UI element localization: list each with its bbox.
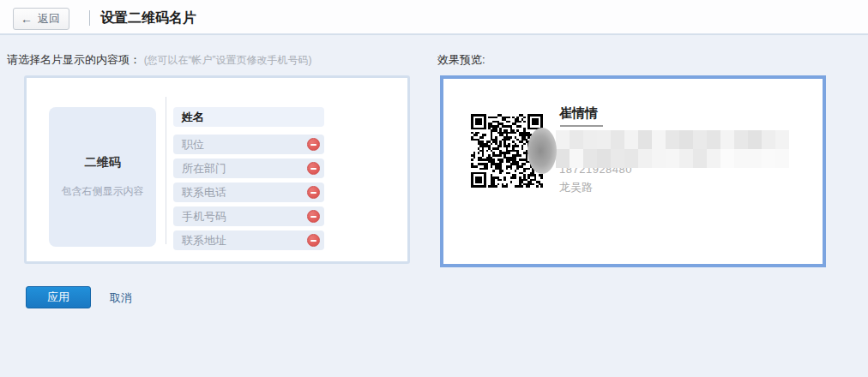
field-row-label: 手机号码: [182, 209, 226, 224]
field-row-label: 联系地址: [182, 233, 226, 248]
blur-pixel: [679, 130, 693, 149]
name-underline: [560, 125, 603, 127]
top-bar: ← 返回 设置二维码名片: [0, 0, 868, 35]
blur-pixel: [583, 130, 597, 149]
field-row-label: 姓名: [182, 110, 204, 125]
blur-pixel: [611, 130, 624, 149]
back-arrow-icon: ←: [21, 13, 33, 25]
blur-pixel: [624, 149, 638, 168]
blur-pixel: [748, 130, 762, 149]
blur-pixel: [693, 149, 707, 168]
field-row: 所在部门: [173, 159, 324, 178]
blur-pixel: [666, 130, 679, 149]
qr-placeholder: 二维码 包含右侧显示内容: [49, 107, 156, 247]
preview-label: 效果预览:: [437, 52, 485, 68]
field-row: 姓名: [173, 107, 324, 127]
qr-placeholder-title: 二维码: [85, 155, 121, 171]
blur-pixel: [652, 130, 666, 149]
remove-field-icon[interactable]: [307, 138, 320, 151]
privacy-blur-row-1: [556, 130, 789, 149]
card-name: 崔情情: [559, 105, 598, 122]
field-row: 职位: [173, 135, 324, 154]
field-row: 联系电话: [173, 183, 324, 202]
title-separator: [89, 10, 90, 26]
blur-pixel: [638, 149, 652, 168]
remove-field-icon[interactable]: [307, 186, 320, 199]
instruction-main: 请选择名片显示的内容项：: [7, 53, 141, 66]
instruction-text: 请选择名片显示的内容项： (您可以在“帐户”设置页修改手机号码): [7, 52, 312, 68]
field-row-label: 职位: [182, 137, 204, 153]
blur-pixel: [556, 130, 570, 149]
blur-pixel: [679, 149, 693, 168]
preview-card: 崔情情 18721928480 龙吴路: [440, 75, 826, 267]
remove-field-icon[interactable]: [307, 162, 320, 175]
blur-pixel: [762, 130, 775, 149]
field-list: 姓名职位所在部门联系电话手机号码联系地址: [173, 107, 324, 250]
privacy-blur-row-2: [556, 149, 789, 168]
blur-pixel: [720, 149, 734, 168]
back-button[interactable]: ← 返回: [13, 8, 69, 30]
blur-pixel: [583, 149, 597, 168]
page-title: 设置二维码名片: [100, 9, 196, 27]
blur-pixel: [775, 149, 789, 168]
qr-placeholder-subtitle: 包含右侧显示内容: [62, 184, 144, 199]
blur-pixel: [556, 149, 570, 168]
field-selection-panel: 二维码 包含右侧显示内容 姓名职位所在部门联系电话手机号码联系地址: [24, 75, 410, 264]
instruction-note: (您可以在“帐户”设置页修改手机号码): [144, 54, 312, 66]
blur-pixel: [624, 130, 638, 149]
blur-pixel: [762, 149, 775, 168]
blur-pixel: [720, 130, 734, 149]
blur-pixel: [775, 130, 789, 149]
cancel-link[interactable]: 取消: [110, 290, 132, 306]
blur-pixel: [734, 149, 748, 168]
blur-pixel: [597, 130, 611, 149]
remove-field-icon[interactable]: [307, 210, 320, 223]
blur-pixel: [638, 130, 652, 149]
field-row: 联系地址: [173, 230, 324, 250]
back-button-label: 返回: [38, 11, 60, 27]
blur-pixel: [707, 130, 720, 149]
blur-pixel: [748, 149, 762, 168]
field-row-label: 联系电话: [182, 185, 226, 200]
blur-pixel: [693, 130, 707, 149]
blur-pixel: [666, 149, 679, 168]
blur-pixel: [652, 149, 666, 168]
blur-pixel: [734, 130, 748, 149]
card-address: 龙吴路: [559, 180, 593, 195]
qr-card-settings-page: ← 返回 设置二维码名片 请选择名片显示的内容项： (您可以在“帐户”设置页修改…: [0, 0, 868, 377]
blur-pixel: [597, 149, 611, 168]
field-row-label: 所在部门: [182, 161, 226, 177]
blur-pixel: [707, 149, 720, 168]
vertical-divider: [166, 97, 166, 244]
blur-pixel: [570, 130, 583, 149]
apply-button[interactable]: 应用: [26, 286, 91, 308]
privacy-blur-blob: [527, 128, 557, 174]
blur-pixel: [570, 149, 583, 168]
field-row: 手机号码: [173, 206, 324, 226]
remove-field-icon[interactable]: [307, 234, 320, 247]
blur-pixel: [611, 149, 624, 168]
